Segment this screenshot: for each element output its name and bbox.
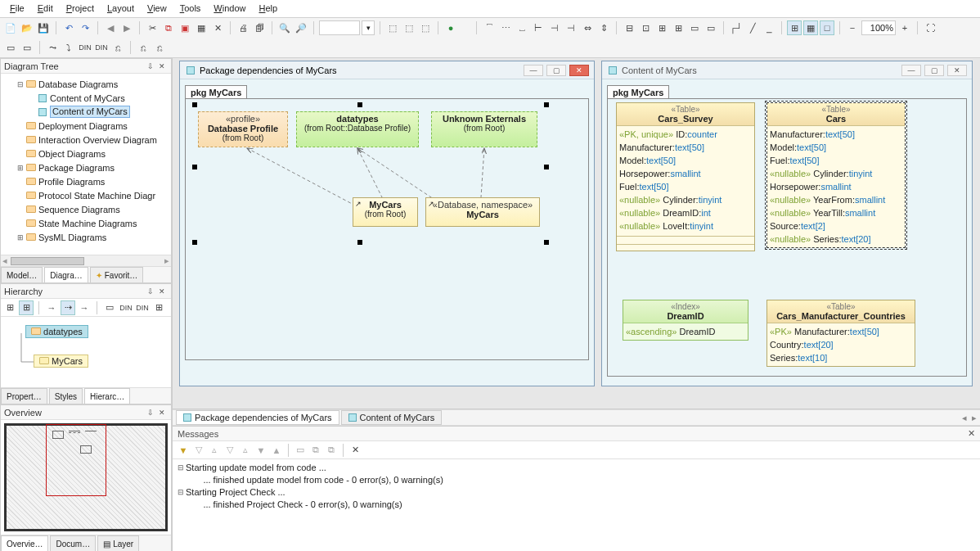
- hier-tool-5-icon[interactable]: →: [77, 300, 92, 315]
- align-mid-icon[interactable]: ⋯: [498, 20, 513, 35]
- menu-edit[interactable]: Edit: [31, 2, 60, 16]
- fit-icon[interactable]: □: [820, 20, 834, 35]
- hier-tool-4-icon[interactable]: ⇢: [61, 300, 75, 315]
- zoom-out-icon[interactable]: −: [845, 20, 860, 35]
- menu-window[interactable]: Window: [207, 2, 252, 16]
- msg-clear-icon[interactable]: ✕: [348, 443, 362, 458]
- nav-fwd-icon[interactable]: ▶: [119, 20, 134, 35]
- tbr2-a-icon[interactable]: ▭: [3, 40, 18, 55]
- pin-icon[interactable]: ⇩: [145, 407, 156, 418]
- line-2-icon[interactable]: ╱: [745, 20, 760, 35]
- close-button[interactable]: ✕: [569, 65, 589, 76]
- pin-icon[interactable]: ⇩: [145, 61, 156, 72]
- msg-b5-icon[interactable]: ▼: [254, 443, 268, 458]
- paste-diagram-icon[interactable]: ▦: [194, 20, 209, 35]
- db-table-cmc[interactable]: «Table»Cars_Manufacturer_Countries«PK» M…: [766, 300, 915, 367]
- uml-node-ue[interactable]: Unknown Externals(from Root): [431, 111, 537, 147]
- tree-item[interactable]: Sequence Diagrams: [4, 202, 171, 216]
- uml-node-dt[interactable]: datatypes(from Root::Database Profile): [296, 111, 419, 147]
- tab-styles[interactable]: Styles: [49, 388, 83, 404]
- undo-icon[interactable]: ↶: [61, 20, 76, 35]
- check-icon[interactable]: ●: [443, 20, 458, 35]
- tab-overview[interactable]: Overvie…: [1, 535, 48, 551]
- size-w-icon[interactable]: ⊟: [622, 20, 636, 35]
- hier-tool-9-icon[interactable]: ⊞: [151, 300, 166, 315]
- msg-b7-icon[interactable]: ▭: [293, 443, 308, 458]
- msg-b3-icon[interactable]: ▽: [223, 443, 237, 458]
- tab-layer[interactable]: ▤Layer: [97, 535, 139, 551]
- tree-item[interactable]: ⊞Package Diagrams: [4, 160, 171, 174]
- db-table-cars[interactable]: «Table»CarsManufacturer:text[50]Model:te…: [766, 102, 906, 248]
- hier-tool-1-icon[interactable]: ⊞: [2, 300, 17, 315]
- overview-canvas[interactable]: [4, 423, 168, 531]
- diagram-tab-content[interactable]: Content of MyCars: [341, 410, 443, 425]
- delete-icon[interactable]: ✕: [210, 20, 225, 35]
- tbr2-e-icon[interactable]: DIN: [78, 40, 92, 55]
- find-replace-icon[interactable]: 🔎: [294, 20, 308, 35]
- msg-b4-icon[interactable]: ▵: [238, 443, 253, 458]
- msg-b1-icon[interactable]: ▽: [191, 443, 206, 458]
- paste-icon[interactable]: ▣: [178, 20, 192, 35]
- hier-tool-8-icon[interactable]: DIN: [135, 300, 150, 315]
- msg-b2-icon[interactable]: ▵: [207, 443, 222, 458]
- dist-v-icon[interactable]: ⇕: [596, 20, 611, 35]
- tbr2-b-icon[interactable]: ▭: [20, 40, 34, 55]
- minimize-button[interactable]: —: [524, 65, 543, 76]
- close-icon[interactable]: ✕: [968, 428, 975, 439]
- diagram-tab-pkg[interactable]: Package dependencies of MyCars: [176, 410, 339, 425]
- tab-favorites[interactable]: ✦Favorit…: [90, 267, 144, 282]
- hier-tool-3-icon[interactable]: →: [44, 300, 59, 315]
- grid-show-icon[interactable]: ▦: [803, 20, 818, 35]
- zoom-field[interactable]: 100%: [861, 20, 896, 35]
- tree-item[interactable]: Interaction Overview Diagram: [4, 133, 171, 147]
- tree-hscroll[interactable]: ◂▸: [1, 255, 171, 266]
- hier-node-datatypes[interactable]: datatypes: [25, 325, 88, 338]
- db-table-cs[interactable]: «Table»Cars_Survey«PK, unique» ID:counte…: [616, 102, 755, 251]
- pin-icon[interactable]: ⇩: [145, 286, 156, 297]
- tree-twisty-icon[interactable]: ⊞: [16, 233, 25, 242]
- tool-c-icon[interactable]: ⬚: [418, 20, 433, 35]
- tbr2-g-icon[interactable]: ⎌: [110, 40, 125, 55]
- package-frame-body[interactable]: «profile»Database Profile(from Root)data…: [185, 98, 589, 360]
- hier-tool-7-icon[interactable]: DIN: [119, 300, 133, 315]
- tree-item[interactable]: State Machine Diagrams: [4, 216, 171, 230]
- dist-h-icon[interactable]: ⇔: [580, 20, 595, 35]
- tab-properties[interactable]: Propert…: [1, 388, 47, 404]
- font-combo[interactable]: [319, 20, 360, 35]
- tree-item[interactable]: Content of MyCars: [4, 91, 171, 105]
- maximize-button[interactable]: ▢: [546, 65, 566, 76]
- nav-back-icon[interactable]: ◀: [103, 20, 118, 35]
- msg-b6-icon[interactable]: ▲: [269, 443, 284, 458]
- close-icon[interactable]: ✕: [156, 61, 168, 72]
- tab-nav-next-icon[interactable]: ▸: [972, 413, 977, 423]
- tool-b-icon[interactable]: ⬚: [402, 20, 416, 35]
- align-right-icon[interactable]: ⊣: [564, 20, 578, 35]
- size-h-icon[interactable]: ⊡: [638, 20, 653, 35]
- ungroup-icon[interactable]: ▭: [704, 20, 718, 35]
- align-bot-icon[interactable]: ⎵: [515, 20, 529, 35]
- tbr2-h-icon[interactable]: ⎌: [136, 40, 151, 55]
- print-icon[interactable]: 🖨: [236, 20, 250, 35]
- print-preview-icon[interactable]: 🗐: [252, 20, 267, 35]
- tbr2-f-icon[interactable]: DIN: [94, 40, 109, 55]
- tab-nav-prev-icon[interactable]: ◂: [962, 413, 967, 423]
- font-combo-drop[interactable]: ▾: [362, 20, 375, 35]
- menu-layout[interactable]: Layout: [101, 2, 141, 16]
- tbr2-d-icon[interactable]: ⤵: [61, 40, 76, 55]
- space-v-icon[interactable]: ⊞: [671, 20, 686, 35]
- tree-item[interactable]: ⊞SysML Diagrams: [4, 230, 171, 244]
- minimize-button[interactable]: —: [901, 65, 921, 76]
- tree-twisty-icon[interactable]: ⊞: [16, 164, 25, 172]
- menu-view[interactable]: View: [141, 2, 173, 16]
- copy-icon[interactable]: ⧉: [161, 20, 176, 35]
- hier-tool-6-icon[interactable]: ▭: [102, 300, 117, 315]
- align-top-icon[interactable]: ⎴: [482, 20, 497, 35]
- cut-icon[interactable]: ✂: [145, 20, 160, 35]
- menu-file[interactable]: File: [3, 2, 31, 16]
- tree-item[interactable]: Deployment Diagrams: [4, 119, 171, 133]
- menu-project[interactable]: Project: [60, 2, 101, 16]
- uml-node-mcdb[interactable]: «Database, namespace»MyCars↗: [425, 197, 540, 227]
- tab-documentation[interactable]: Docum…: [50, 535, 96, 551]
- grid-snap-icon[interactable]: ⊞: [787, 20, 802, 35]
- msg-b9-icon[interactable]: ⧉: [324, 443, 339, 458]
